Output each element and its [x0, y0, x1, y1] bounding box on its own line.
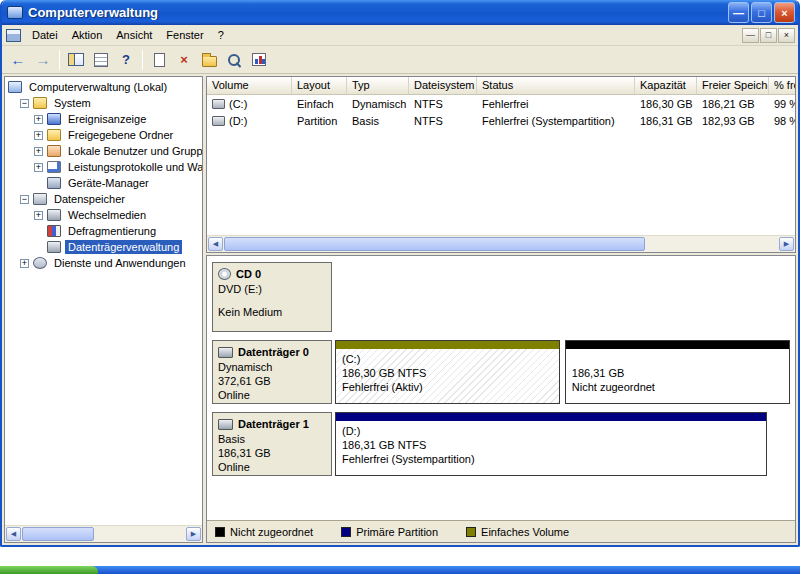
- disk1-header[interactable]: Datenträger 1 Basis 186,31 GB Online: [212, 412, 332, 476]
- titlebar[interactable]: Computerverwaltung — □ ×: [2, 0, 798, 25]
- legend-swatch: [341, 527, 351, 537]
- delete-button[interactable]: ×: [172, 49, 196, 71]
- close-button[interactable]: ×: [774, 2, 795, 23]
- tree-item-datentraegerverwaltung[interactable]: Datenträgerverwaltung: [5, 239, 202, 255]
- scrollbar-track[interactable]: [224, 237, 778, 251]
- console-window-icon: [6, 29, 21, 42]
- mdi-close-button[interactable]: ×: [778, 28, 795, 43]
- tree-item-computerverwaltung[interactable]: Computerverwaltung (Lokal): [5, 79, 202, 95]
- menu-aktion[interactable]: Aktion: [65, 26, 110, 44]
- chart-view-button[interactable]: [247, 49, 271, 71]
- expand-icon[interactable]: +: [20, 259, 29, 268]
- tree-item-system[interactable]: − System: [5, 95, 202, 111]
- column-header-freier-speicher[interactable]: Freier Speicher: [697, 77, 769, 94]
- tree-horizontal-scrollbar[interactable]: ◀ ▶: [5, 525, 202, 542]
- tree-item-leistungsprotokolle[interactable]: + Leistungsprotokolle und War: [5, 159, 202, 175]
- toolbar-separator: [142, 50, 143, 70]
- tree-item-freigegebene-ordner[interactable]: + Freigegebene Ordner: [5, 127, 202, 143]
- help-button[interactable]: ?: [114, 49, 138, 71]
- column-header-volume[interactable]: Volume: [207, 77, 292, 94]
- tree-item-lokale-benutzer[interactable]: + Lokale Benutzer und Gruppe: [5, 143, 202, 159]
- partition-label: (D:): [342, 424, 760, 438]
- column-header-prozent-frei[interactable]: % fre: [769, 77, 795, 94]
- open-folder-button[interactable]: [197, 49, 221, 71]
- properties-button[interactable]: [89, 49, 113, 71]
- scrollbar-thumb[interactable]: [224, 237, 645, 251]
- forward-button[interactable]: →: [31, 49, 55, 71]
- disk-status: Online: [218, 460, 327, 474]
- tree-item-geraete-manager[interactable]: Geräte-Manager: [5, 175, 202, 191]
- start-button[interactable]: [0, 566, 98, 574]
- volume-disk-icon: [212, 116, 225, 126]
- tree-item-dienste-anwendungen[interactable]: + Dienste und Anwendungen: [5, 255, 202, 271]
- tree-item-datenspeicher[interactable]: − Datenspeicher: [5, 191, 202, 207]
- column-header-status[interactable]: Status: [477, 77, 635, 94]
- cd-status: Kein Medium: [218, 305, 327, 319]
- partition-status: Fehlerfrei (Systempartition): [342, 452, 760, 466]
- expand-icon[interactable]: +: [34, 211, 43, 220]
- taskbar[interactable]: [0, 566, 800, 574]
- volume-cell: Einfach: [292, 98, 347, 110]
- collapse-icon[interactable]: −: [20, 99, 29, 108]
- menu-hilfe[interactable]: ?: [211, 26, 231, 44]
- mdi-restore-button[interactable]: □: [760, 28, 777, 43]
- legend-label: Nicht zugeordnet: [230, 526, 313, 538]
- toolbar: ← → ? ×: [2, 46, 798, 74]
- volume-cell: 186,30 GB: [635, 98, 697, 110]
- disk0-partitions: (C:) 186,30 GB NTFS Fehlerfrei (Aktiv) 1…: [335, 340, 790, 404]
- zoom-button[interactable]: [222, 49, 246, 71]
- graphical-view-body: CD 0 DVD (E:) Kein Medium Datenträger 0 …: [207, 256, 795, 520]
- console-tree-pane: Computerverwaltung (Lokal) − System + Er…: [4, 76, 203, 543]
- cd-drive-header[interactable]: CD 0 DVD (E:) Kein Medium: [212, 262, 332, 332]
- document-button[interactable]: [147, 49, 171, 71]
- column-header-layout[interactable]: Layout: [292, 77, 347, 94]
- console-tree: Computerverwaltung (Lokal) − System + Er…: [5, 77, 202, 525]
- mdi-minimize-button[interactable]: —: [742, 28, 759, 43]
- scrollbar-thumb[interactable]: [22, 527, 94, 541]
- volume-disk-icon: [212, 99, 225, 109]
- volume-name: (C:): [229, 98, 247, 110]
- menu-fenster[interactable]: Fenster: [159, 26, 210, 44]
- maximize-button[interactable]: □: [751, 2, 772, 23]
- tree-item-label: Leistungsprotokolle und War: [65, 160, 202, 174]
- column-header-dateisystem[interactable]: Dateisystem: [409, 77, 477, 94]
- tree-item-defragmentierung[interactable]: Defragmentierung: [5, 223, 202, 239]
- collapse-icon[interactable]: −: [20, 195, 29, 204]
- minimize-button[interactable]: —: [728, 2, 749, 23]
- volume-row-d[interactable]: (D:) Partition Basis NTFS Fehlerfrei (Sy…: [207, 112, 795, 129]
- tree-item-ereignisanzeige[interactable]: + Ereignisanzeige: [5, 111, 202, 127]
- disk-status: Online: [218, 388, 327, 402]
- expand-icon[interactable]: +: [34, 147, 43, 156]
- tree-item-wechselmedien[interactable]: + Wechselmedien: [5, 207, 202, 223]
- unallocated-space[interactable]: 186,31 GB Nicht zugeordnet: [565, 340, 790, 404]
- partition-color-bar: [336, 341, 559, 349]
- properties-icon: [94, 53, 108, 67]
- expand-icon[interactable]: +: [34, 163, 43, 172]
- column-header-kapazitaet[interactable]: Kapazität: [635, 77, 697, 94]
- tree-item-label: Defragmentierung: [65, 224, 159, 238]
- scroll-right-icon[interactable]: ▶: [779, 237, 794, 251]
- column-header-typ[interactable]: Typ: [347, 77, 409, 94]
- scroll-right-icon[interactable]: ▶: [186, 527, 201, 541]
- expand-icon[interactable]: +: [34, 115, 43, 124]
- menu-ansicht[interactable]: Ansicht: [109, 26, 159, 44]
- tree-item-label: System: [51, 96, 94, 110]
- volume-list-horizontal-scrollbar[interactable]: ◀ ▶: [207, 235, 795, 252]
- volume-cell: 186,21 GB: [697, 98, 769, 110]
- cd-drive-letter: DVD (E:): [218, 282, 327, 296]
- partition-d[interactable]: (D:) 186,31 GB NTFS Fehlerfrei (Systempa…: [335, 412, 767, 476]
- disk0-header[interactable]: Datenträger 0 Dynamisch 372,61 GB Online: [212, 340, 332, 404]
- scroll-left-icon[interactable]: ◀: [208, 237, 223, 251]
- back-button[interactable]: ←: [6, 49, 30, 71]
- scrollbar-track[interactable]: [22, 527, 185, 541]
- storage-icon: [33, 193, 47, 205]
- partition-c[interactable]: (C:) 186,30 GB NTFS Fehlerfrei (Aktiv): [335, 340, 560, 404]
- show-tree-button[interactable]: [64, 49, 88, 71]
- shared-folders-icon: [47, 129, 61, 141]
- volume-cell: 182,93 GB: [697, 115, 769, 127]
- details-pane: Volume Layout Typ Dateisystem Status Kap…: [206, 76, 796, 543]
- scroll-left-icon[interactable]: ◀: [6, 527, 21, 541]
- menu-datei[interactable]: Datei: [25, 26, 65, 44]
- expand-icon[interactable]: +: [34, 131, 43, 140]
- volume-row-c[interactable]: (C:) Einfach Dynamisch NTFS Fehlerfrei 1…: [207, 95, 795, 112]
